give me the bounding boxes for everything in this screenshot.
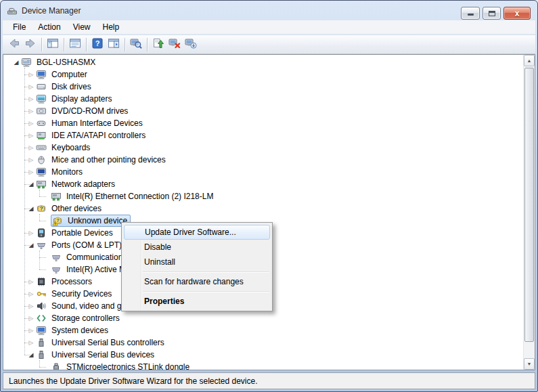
- menu-file[interactable]: File: [7, 20, 32, 34]
- expand-icon[interactable]: ▷: [26, 154, 36, 166]
- uninstall-device-icon: [169, 37, 181, 51]
- toolbar-separator: [125, 38, 125, 51]
- scrollbar-thumb[interactable]: [524, 68, 534, 342]
- menu-help[interactable]: Help: [97, 20, 126, 34]
- properties-window-icon: [69, 37, 81, 51]
- monitor-icon: [36, 167, 48, 177]
- close-button[interactable]: x: [503, 7, 531, 20]
- back-button[interactable]: [6, 37, 22, 53]
- context-menu-item-uninstall[interactable]: Uninstall: [122, 255, 272, 269]
- computer-icon: [36, 69, 48, 80]
- disable-device-icon: [185, 37, 197, 51]
- forward-button[interactable]: [22, 37, 39, 53]
- expand-icon[interactable]: ▷: [26, 117, 36, 129]
- arrow-left-icon: [8, 37, 20, 51]
- expand-icon[interactable]: ▷: [26, 336, 36, 349]
- collapse-icon[interactable]: ◢: [26, 239, 36, 251]
- usb-icon: [36, 349, 48, 360]
- tree-item-computer[interactable]: ▷Computer: [3, 68, 523, 81]
- tree-item-label: Display adapters: [49, 93, 114, 104]
- sound-icon: [36, 301, 48, 311]
- tree-item-display-adapters[interactable]: ▷Display adapters: [3, 93, 523, 105]
- properties-button[interactable]: [67, 37, 83, 53]
- tree-item-universal-serial-bus-controllers[interactable]: ▷Universal Serial Bus controllers: [3, 336, 523, 349]
- expand-icon[interactable]: ▷: [26, 93, 36, 105]
- tree-item-system-devices[interactable]: ▷System devices: [3, 324, 523, 336]
- menu-view[interactable]: View: [67, 20, 97, 34]
- tree-item-label: DVD/CD-ROM drives: [49, 106, 130, 116]
- expand-icon[interactable]: ▷: [26, 324, 36, 336]
- expand-icon[interactable]: ▷: [26, 300, 36, 312]
- hid-icon: [36, 118, 48, 129]
- context-menu-item-disable[interactable]: Disable: [122, 240, 272, 255]
- selected-item-highlight: ?Unknown device: [51, 215, 131, 227]
- collapse-icon[interactable]: ◢: [26, 202, 36, 215]
- tree-item-disk-drives[interactable]: ▷Disk drives: [3, 81, 523, 93]
- tree-item-bgl-ushasmx[interactable]: ◢BGL-USHASMX: [3, 56, 523, 68]
- arrow-right-icon: [24, 37, 37, 51]
- expand-icon[interactable]: ▷: [26, 129, 36, 141]
- ide-icon: [36, 130, 48, 141]
- disable-button[interactable]: [183, 37, 199, 53]
- expand-icon[interactable]: ▷: [26, 166, 36, 178]
- expand-icon[interactable]: ▷: [26, 68, 36, 81]
- workstation-icon: [21, 57, 33, 68]
- vertical-scrollbar[interactable]: ▲ ▼: [523, 55, 535, 370]
- help-button[interactable]: ?: [89, 37, 106, 53]
- context-menu-item-scan-for-hardware-changes[interactable]: Scan for hardware changes: [122, 274, 272, 289]
- storage-icon: [36, 313, 48, 324]
- expand-icon[interactable]: ▷: [26, 312, 36, 324]
- tree-item-dvd-cd-rom-drives[interactable]: ▷DVD/CD-ROM drives: [3, 105, 523, 117]
- tree-item-label: Network adapters: [49, 179, 117, 190]
- scroll-up-button[interactable]: ▲: [524, 55, 535, 66]
- collapse-icon[interactable]: ◢: [26, 178, 36, 190]
- context-menu-item-update-driver-software[interactable]: Update Driver Software...: [124, 225, 270, 240]
- tree-item-network-adapters[interactable]: ◢Network adapters: [3, 178, 523, 190]
- tree-item-universal-serial-bus-devices[interactable]: ◢Universal Serial Bus devices: [3, 349, 523, 361]
- help-icon: ?: [91, 37, 104, 51]
- close-icon: x: [504, 9, 530, 18]
- tree-item-label: Human Interface Devices: [49, 118, 145, 129]
- svg-text:?: ?: [39, 205, 43, 212]
- tree-item-mice-and-other-pointing-devices[interactable]: ▷Mice and other pointing devices: [3, 154, 523, 166]
- device-manager-window: Device Manager x FileActionViewHelp ? ◢B…: [0, 0, 538, 392]
- collapse-icon[interactable]: ◢: [12, 56, 21, 68]
- tree-item-label: Security Devices: [49, 288, 114, 299]
- processor-icon: [36, 276, 48, 287]
- tree-item-human-interface-devices[interactable]: ▷Human Interface Devices: [3, 117, 523, 129]
- status-text: Launches the Update Driver Software Wiza…: [9, 376, 258, 386]
- minimize-button[interactable]: [461, 7, 480, 20]
- scroll-down-button[interactable]: ▼: [524, 358, 535, 370]
- collapse-icon[interactable]: ◢: [26, 349, 36, 361]
- tree-item-other-devices[interactable]: ◢?Other devices: [3, 202, 523, 215]
- show-hide-console-tree-button[interactable]: [45, 37, 61, 53]
- scan-for-hardware-changes-button[interactable]: [128, 37, 144, 53]
- maximize-button[interactable]: [483, 7, 501, 20]
- tree-item-label: Unknown device: [66, 215, 129, 226]
- uninstall-button[interactable]: [166, 37, 183, 53]
- keyboard-icon: [36, 142, 48, 153]
- tree-item-monitors[interactable]: ▷Monitors: [3, 166, 523, 178]
- menu-action[interactable]: Action: [32, 20, 66, 34]
- tree-item-keyboards[interactable]: ▷Keyboards: [3, 141, 523, 154]
- show-hide-action-pane-button[interactable]: [106, 37, 122, 53]
- tree-item-label: IDE ATA/ATAPI controllers: [49, 130, 148, 141]
- tree-item-storage-controllers[interactable]: ▷Storage controllers: [3, 312, 523, 324]
- expand-icon[interactable]: ▷: [26, 81, 36, 93]
- tree-item-stmicroelectronics-stlink-dongle[interactable]: STMicroelectronics STLink dongle: [3, 361, 523, 370]
- tree-item-intel-r-ethernet-connection-2-i218-lm[interactable]: Intel(R) Ethernet Connection (2) I218-LM: [3, 190, 523, 202]
- title-bar[interactable]: Device Manager x: [1, 1, 537, 20]
- expand-icon[interactable]: ▷: [26, 105, 36, 117]
- expand-icon[interactable]: ▷: [26, 141, 36, 154]
- expand-icon[interactable]: ▷: [26, 227, 36, 239]
- mouse-icon: [36, 154, 48, 165]
- svg-text:?: ?: [56, 217, 60, 223]
- expand-icon[interactable]: ▷: [26, 276, 36, 288]
- context-menu-item-properties[interactable]: Properties: [122, 294, 272, 309]
- tree-item-ide-ata-atapi-controllers[interactable]: ▷IDE ATA/ATAPI controllers: [3, 129, 523, 141]
- status-bar: Launches the Update Driver Software Wiza…: [3, 372, 535, 389]
- window-title: Device Manager: [22, 6, 81, 16]
- tree-item-label: Universal Serial Bus devices: [49, 349, 156, 360]
- update-driver-software-button[interactable]: [150, 37, 166, 53]
- expand-icon[interactable]: ▷: [26, 288, 36, 300]
